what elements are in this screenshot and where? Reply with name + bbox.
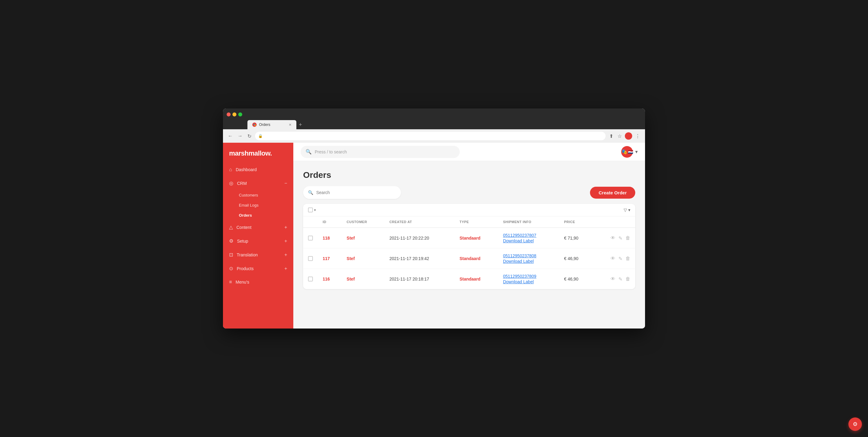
sidebar-item-content[interactable]: △ Content + [223,220,293,234]
floating-action-button[interactable]: ⚙ [848,417,862,431]
download-label-link[interactable]: Download Label [503,259,555,264]
home-icon: ⌂ [229,167,232,172]
download-label-link[interactable]: Download Label [503,279,555,284]
row-type: Standaard [455,248,498,269]
content-expand-icon[interactable]: + [284,225,287,230]
col-created-at: CREATED AT [384,216,455,228]
row-id: 117 [318,248,342,269]
row-type: Standaard [455,228,498,248]
shipment-tracking-link[interactable]: 05112950237809 [503,274,555,279]
new-tab-button[interactable]: + [297,122,305,128]
select-all-checkbox[interactable] [308,207,313,212]
view-icon[interactable]: 👁 [611,256,615,261]
row-type: Standaard [455,269,498,290]
orders-table-container: ▾ ▽ ▾ ID CUSTOMER [303,204,635,289]
orders-table: ID CUSTOMER CREATED AT TYPE SHIPMENT INF… [303,216,635,289]
row-customer: Stef [342,248,384,269]
forward-button[interactable]: → [237,132,244,140]
select-all-wrapper[interactable]: ▾ [308,207,316,212]
sidebar-item-products[interactable]: ⊙ Products + [223,262,293,275]
delete-icon[interactable]: 🗑 [625,256,630,261]
traffic-light-green[interactable] [238,112,242,116]
table-row: 117 Stef 2021-11-17 20:19:42 Standaard 0… [303,248,635,269]
crm-collapse-icon[interactable]: − [284,180,287,186]
traffic-light-yellow[interactable] [232,112,237,116]
sidebar: marshmallow. ⌂ Dashboard ◎ CRM − Custome… [223,143,293,329]
row-checkbox[interactable] [308,256,313,261]
row-shipment-info: 05112950237808 Download Label [498,248,559,269]
view-icon[interactable]: 👁 [611,276,615,282]
table-toolbar: ▾ ▽ ▾ [303,204,635,216]
sidebar-item-orders[interactable]: Orders [223,210,293,220]
user-dropdown-icon[interactable]: ▾ [635,149,638,155]
sidebar-item-customers[interactable]: Customers [223,190,293,200]
edit-icon[interactable]: ✎ [618,235,622,241]
delete-icon[interactable]: 🗑 [625,276,630,282]
sidebar-item-dashboard[interactable]: ⌂ Dashboard [223,163,293,176]
table-row: 116 Stef 2021-11-17 20:18:17 Standaard 0… [303,269,635,290]
shipment-tracking-link[interactable]: 05112950237807 [503,233,555,238]
row-price: € 46,90 [559,269,593,290]
sidebar-item-setup[interactable]: ⚙ Setup + [223,234,293,248]
menus-icon: ≡ [229,279,232,285]
page-content: Orders 🔍 Create Order ▾ [293,161,645,329]
page-actions-bar: 🔍 Create Order [303,186,635,199]
bookmark-icon[interactable]: ☆ [616,132,623,140]
col-customer: CUSTOMER [342,216,384,228]
row-price: € 46,90 [559,248,593,269]
filter-button[interactable]: ▽ ▾ [624,207,630,212]
setup-icon: ⚙ [229,238,234,244]
main-content: 🔍 Press / to search 🎭🇳🇱 ▾ Orders 🔍 [293,143,645,329]
col-price: PRICE [559,216,593,228]
row-created-at: 2021-11-17 20:19:42 [384,248,455,269]
edit-icon[interactable]: ✎ [618,256,622,262]
tab-favicon: 🎭 [252,123,257,127]
profile-icon[interactable] [625,132,632,140]
lock-icon: 🔒 [258,134,263,138]
reload-button[interactable]: ↻ [246,132,253,140]
row-checkbox[interactable] [308,236,313,240]
tab-label: Orders [259,123,270,127]
row-shipment-info: 05112950237807 Download Label [498,228,559,248]
crm-icon: ◎ [229,180,234,186]
sidebar-item-crm[interactable]: ◎ CRM − [223,176,293,190]
orders-search-container[interactable]: 🔍 [303,186,401,199]
row-price: € 71,90 [559,228,593,248]
products-expand-icon[interactable]: + [284,266,287,271]
table-row: 118 Stef 2021-11-17 20:22:20 Standaard 0… [303,228,635,248]
top-bar-right: 🎭🇳🇱 ▾ [621,146,638,158]
row-checkbox-cell[interactable] [303,248,318,269]
view-icon[interactable]: 👁 [611,235,615,241]
row-created-at: 2021-11-17 20:22:20 [384,228,455,248]
menu-icon[interactable]: ⋮ [634,132,641,140]
row-checkbox[interactable] [308,276,313,281]
back-button[interactable]: ← [227,132,234,140]
sidebar-item-email-logs[interactable]: Email Logs [223,200,293,210]
row-checkbox-cell[interactable] [303,228,318,248]
col-checkbox [303,216,318,228]
sidebar-item-menus[interactable]: ≡ Menu's [223,275,293,289]
orders-search-input[interactable] [316,190,396,195]
tab-close-button[interactable]: ✕ [289,123,291,127]
global-search-bar[interactable]: 🔍 Press / to search [301,146,460,158]
top-bar: 🔍 Press / to search 🎭🇳🇱 ▾ [293,143,645,161]
translation-expand-icon[interactable]: + [284,252,287,258]
edit-icon[interactable]: ✎ [618,276,622,282]
row-actions-cell: 👁 ✎ 🗑 [593,228,635,248]
select-all-chevron[interactable]: ▾ [314,208,316,212]
setup-expand-icon[interactable]: + [284,238,287,244]
active-tab[interactable]: 🎭 Orders ✕ [247,120,297,129]
address-bar[interactable]: 🔒 [255,132,606,140]
share-icon[interactable]: ⬆ [608,132,615,140]
shipment-tracking-link[interactable]: 05112950237808 [503,253,555,258]
sidebar-item-translation[interactable]: ⊡ Translation + [223,248,293,262]
user-avatar[interactable]: 🎭🇳🇱 [621,146,633,158]
translation-icon: ⊡ [229,252,233,258]
row-actions-cell: 👁 ✎ 🗑 [593,269,635,290]
flag-icon: 🇳🇱 [628,149,633,154]
create-order-button[interactable]: Create Order [590,187,635,199]
traffic-light-red[interactable] [227,112,230,116]
row-checkbox-cell[interactable] [303,269,318,290]
download-label-link[interactable]: Download Label [503,238,555,243]
delete-icon[interactable]: 🗑 [625,235,630,241]
